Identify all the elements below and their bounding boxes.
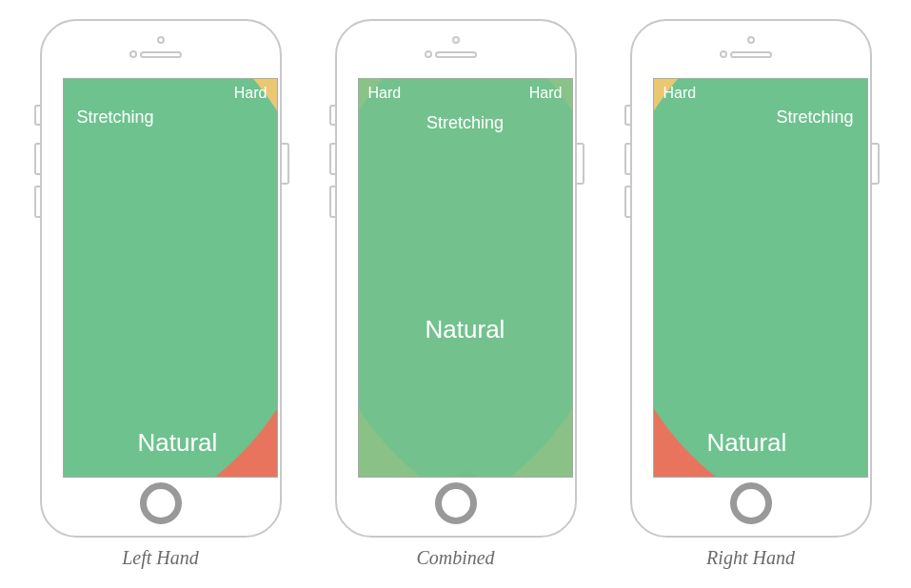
earpiece bbox=[730, 51, 772, 58]
phone-body: Hard Hard Stretching Natural bbox=[335, 19, 577, 538]
phone-body: Hard Stretching Natural bbox=[40, 19, 282, 538]
camera-dot bbox=[747, 36, 755, 44]
phone-left-column: Hard Stretching Natural Left Hand bbox=[32, 19, 289, 569]
camera-dot bbox=[452, 36, 460, 44]
screen-left: Hard Stretching Natural bbox=[63, 78, 278, 478]
power-button bbox=[577, 143, 584, 185]
home-button bbox=[730, 482, 772, 524]
phone-combined: Hard Hard Stretching Natural bbox=[327, 19, 584, 538]
label-natural: Natural bbox=[426, 315, 505, 344]
screen-combined: Hard Hard Stretching Natural bbox=[358, 78, 573, 478]
home-button bbox=[435, 482, 477, 524]
camera-dot bbox=[157, 36, 165, 44]
phone-left: Hard Stretching Natural bbox=[32, 19, 289, 538]
label-hard-left: Hard bbox=[368, 85, 402, 102]
caption-combined: Combined bbox=[416, 547, 494, 569]
phone-body: Hard Stretching Natural bbox=[630, 19, 872, 538]
label-hard: Hard bbox=[663, 85, 697, 102]
caption-right: Right Hand bbox=[706, 547, 795, 569]
phone-right-column: Hard Stretching Natural Right Hand bbox=[623, 19, 880, 569]
label-stretching: Stretching bbox=[77, 108, 154, 127]
diagram-container: Hard Stretching Natural Left Hand bbox=[32, 19, 880, 569]
sensor-dot bbox=[720, 50, 727, 58]
power-button bbox=[282, 143, 289, 185]
label-hard-right: Hard bbox=[529, 85, 563, 102]
power-button bbox=[872, 143, 880, 185]
zone-natural bbox=[63, 78, 278, 478]
sensor-dot bbox=[425, 50, 432, 58]
earpiece bbox=[140, 51, 182, 58]
label-hard: Hard bbox=[234, 85, 267, 102]
label-stretching: Stretching bbox=[426, 113, 504, 133]
sensor-dot bbox=[129, 50, 137, 58]
zone-natural bbox=[653, 78, 868, 478]
phone-combined-column: Hard Hard Stretching Natural Combined bbox=[327, 19, 584, 569]
earpiece bbox=[435, 51, 477, 58]
label-natural: Natural bbox=[707, 428, 787, 458]
screen-right: Hard Stretching Natural bbox=[653, 78, 868, 478]
zone-natural-r bbox=[358, 78, 573, 478]
caption-left: Left Hand bbox=[122, 547, 199, 569]
home-button bbox=[140, 482, 182, 524]
label-stretching: Stretching bbox=[776, 108, 853, 127]
label-natural: Natural bbox=[138, 428, 218, 458]
phone-right: Hard Stretching Natural bbox=[623, 19, 880, 538]
